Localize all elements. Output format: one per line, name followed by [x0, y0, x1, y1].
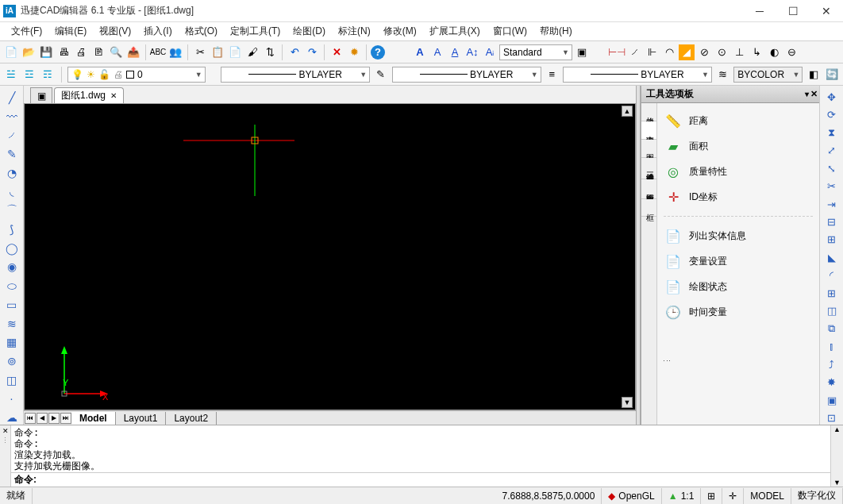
ring-tool-icon[interactable]: ⊚	[4, 354, 20, 368]
donut-tool-icon[interactable]: ◉	[4, 260, 20, 275]
vtab-modify[interactable]: 修改	[641, 103, 656, 121]
scroll-down-icon[interactable]: ▼	[622, 397, 633, 408]
dim-arc-icon[interactable]: ◠	[661, 44, 677, 60]
mirror-icon[interactable]: ⧗	[824, 126, 840, 139]
menu-custom-tools[interactable]: 定制工具(T)	[225, 23, 285, 40]
arc-tool-icon[interactable]: ◟	[4, 185, 20, 199]
dim-ordinate-icon[interactable]: ↳	[749, 44, 764, 60]
vtab-pattern[interactable]: 图案	[641, 140, 656, 158]
text-a3-icon[interactable]: A	[447, 44, 463, 60]
layout-2[interactable]: Layout2	[166, 412, 217, 425]
status-toggle-2[interactable]: ✛	[722, 488, 744, 504]
text-style-icon[interactable]: Aᵢ	[482, 44, 498, 60]
rotate-icon[interactable]: ⟳	[824, 108, 840, 121]
close-tab-icon[interactable]: ✕	[110, 91, 117, 100]
print-icon[interactable]: 🖨	[73, 44, 89, 60]
dim-radius-icon[interactable]: ⊘	[696, 44, 712, 60]
toggle-icon[interactable]: ⇅	[262, 44, 278, 60]
explode2-icon[interactable]: ✸	[824, 376, 840, 389]
undo-icon[interactable]: ↶	[287, 44, 302, 60]
palette-item-idpoint[interactable]: ✛ ID坐标	[662, 184, 814, 210]
command-input-row[interactable]: 命令:	[11, 472, 830, 487]
layout-model[interactable]: Model	[71, 412, 116, 425]
vtab-3dorbit[interactable]: 三维动态观察	[641, 158, 656, 179]
panel-title-bar[interactable]: 工具选项板 ▾ ✕	[641, 86, 819, 103]
linetype2-combo[interactable]: BYLAYER▼	[392, 67, 541, 83]
lineweight-tool-icon[interactable]: ≡	[545, 67, 560, 83]
menu-draw[interactable]: 绘图(D)	[288, 23, 330, 40]
send-icon[interactable]: 📤	[125, 44, 141, 60]
dim-continue-icon[interactable]: ⊩	[644, 44, 660, 60]
dim-leader-icon[interactable]: ◐	[766, 44, 782, 60]
status-scale[interactable]: ▲1:1	[662, 488, 702, 504]
ellipse-arc-icon[interactable]: ◔	[4, 166, 20, 180]
line-tool-icon[interactable]: ╱	[4, 90, 20, 105]
offset-icon[interactable]: ◫	[824, 305, 840, 317]
region-icon[interactable]: ▣	[824, 394, 840, 406]
layer-states-icon[interactable]: ☲	[21, 67, 37, 83]
preview-icon[interactable]: 🖹	[90, 44, 106, 60]
vtab-frame[interactable]: 框	[641, 199, 656, 217]
paste-icon[interactable]: 📄	[227, 44, 243, 60]
menu-format[interactable]: 格式(O)	[180, 23, 222, 40]
text-height-icon[interactable]: A↕	[464, 44, 480, 60]
linetype3-combo[interactable]: BYLAYER▼	[563, 67, 712, 83]
drawing-canvas[interactable]: Y X ▲ ▼	[24, 103, 636, 410]
polyline-tool-icon[interactable]: ⟋	[4, 128, 20, 142]
extend-icon[interactable]: ⇥	[824, 198, 840, 210]
tab-first-icon[interactable]: ⏮	[25, 413, 36, 424]
palette-item-setvar[interactable]: 📄 变量设置	[662, 248, 814, 274]
vtab-draworder[interactable]: 绘图顺序	[641, 179, 656, 199]
palette-item-distance[interactable]: 📏 距离	[662, 108, 814, 133]
linetype-tool-icon[interactable]: ✎	[373, 67, 388, 83]
menu-file[interactable]: 文件(F)	[6, 23, 47, 40]
find-icon[interactable]: 🔍	[108, 44, 124, 60]
fillet-icon[interactable]: ◜	[824, 269, 840, 282]
palette-item-list[interactable]: 📄 列出实体信息	[662, 223, 814, 248]
cmd-grip-icon[interactable]: ⋮	[2, 437, 9, 444]
color-swatch-icon[interactable]: ◧	[806, 67, 821, 83]
explode-icon[interactable]: ✹	[346, 44, 362, 60]
align-icon[interactable]: ⫿	[824, 340, 840, 353]
cmd-scroll-up-icon[interactable]: ▲	[831, 425, 843, 433]
palette-item-status[interactable]: 📄 绘图状态	[662, 274, 814, 299]
bycolor-combo[interactable]: BYCOLOR▼	[733, 67, 803, 83]
palette-item-massprops[interactable]: ◎ 质量特性	[662, 159, 814, 184]
menu-insert[interactable]: 插入(I)	[139, 23, 176, 40]
format-paint-icon[interactable]: 🖌	[244, 44, 260, 60]
cut-icon[interactable]: ✂	[192, 44, 208, 60]
vtab-inquiry[interactable]: 查询	[641, 121, 656, 140]
scale-icon[interactable]: ⤢	[824, 144, 840, 156]
text-a1-icon[interactable]: A	[412, 44, 428, 60]
panel-menu-icon[interactable]: ▾	[805, 90, 809, 98]
ellipse-tool-icon[interactable]: ⬭	[4, 279, 20, 293]
copy-icon[interactable]: 📋	[210, 44, 225, 60]
point-tool-icon[interactable]: ·	[4, 392, 20, 406]
layout-1[interactable]: Layout1	[116, 412, 167, 425]
revcloud-tool-icon[interactable]: ☁	[4, 410, 20, 425]
save-icon[interactable]: 💾	[38, 44, 54, 60]
panel-close-icon[interactable]: ✕	[810, 89, 818, 99]
tab-pin[interactable]: ▣	[30, 87, 52, 103]
dim-aligned-icon[interactable]: ⟋	[626, 44, 642, 60]
arc2-tool-icon[interactable]: ⌒	[4, 203, 20, 217]
minimize-button[interactable]: ─	[743, 0, 776, 22]
spline-tool-icon[interactable]: 〰	[4, 110, 20, 124]
menu-window[interactable]: 窗口(W)	[488, 23, 532, 40]
group-icon[interactable]: ⊡	[824, 411, 840, 424]
textstyle-combo[interactable]: Standard▼	[499, 44, 572, 60]
layer-manager-icon[interactable]: ☱	[3, 67, 18, 83]
linetype1-combo[interactable]: BYLAYER▼	[221, 67, 370, 83]
dim-linear-icon[interactable]: ⊢⊣	[609, 44, 625, 60]
dim-angular-icon[interactable]: ◢	[679, 44, 695, 60]
unknown-toggle-icon[interactable]: ▣	[574, 44, 590, 60]
copy2-icon[interactable]: ⧉	[824, 322, 840, 335]
close-button[interactable]: ✕	[810, 0, 843, 22]
freehand-tool-icon[interactable]: ✎	[4, 147, 20, 161]
new-icon[interactable]: 📄	[3, 44, 19, 60]
open-icon[interactable]: 📂	[21, 44, 37, 60]
status-toggle-1[interactable]: ⊞	[701, 488, 722, 504]
linetype-scale-icon[interactable]: ≋	[715, 67, 730, 83]
block-tool-icon[interactable]: ◫	[4, 373, 20, 387]
palette-item-time[interactable]: 🕒 时间变量	[662, 299, 814, 325]
